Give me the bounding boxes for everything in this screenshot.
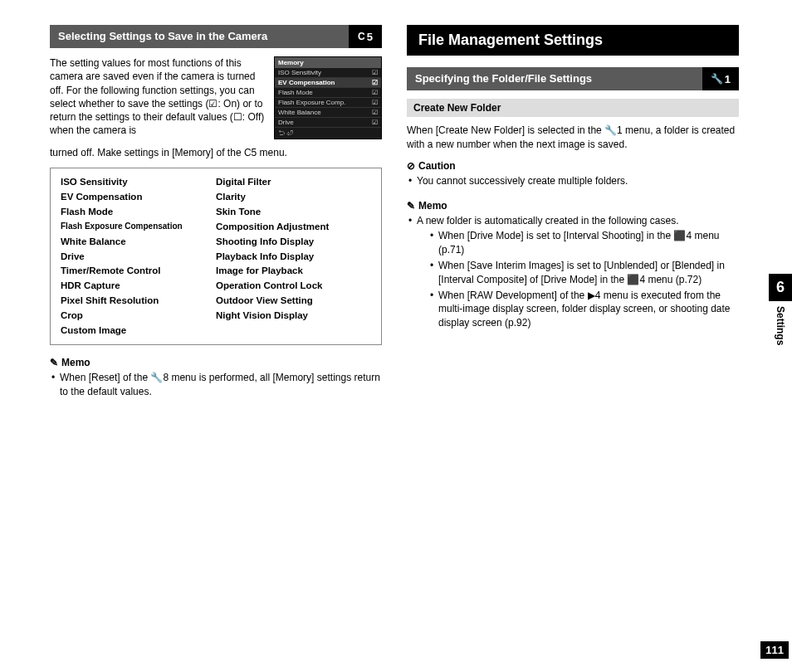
section-header-memory: Selecting Settings to Save in the Camera… (50, 25, 382, 48)
memo-list: A new folder is automatically created in… (407, 214, 739, 330)
table-row: DrivePlayback Info Display (61, 250, 371, 265)
section-title: Selecting Settings to Save in the Camera (50, 25, 349, 48)
memo-heading: ✎ Memo (407, 200, 739, 212)
caution-icon: ⊘ (407, 160, 415, 172)
list-item: A new folder is automatically created in… (407, 214, 739, 330)
table-cell: White Balance (61, 235, 216, 250)
screenshot-row: ISO Sensitivity☑ (275, 68, 381, 78)
memo-label: Memo (61, 357, 90, 368)
table-cell: Digital Filter (216, 175, 371, 190)
memo-icon: ✎ (50, 357, 58, 368)
table-cell: Flash Mode (61, 205, 216, 220)
table-row: ISO SensitivityDigital Filter (61, 175, 371, 190)
chapter-label: Settings (775, 301, 786, 350)
table-row: Flash Exposure CompensationComposition A… (61, 220, 371, 235)
table-cell: Composition Adjustment (216, 220, 371, 235)
chapter-number: 6 (769, 274, 792, 301)
table-row: Timer/Remote ControlImage for Playback (61, 264, 371, 279)
subsection-create-folder: Create New Folder (407, 99, 739, 117)
table-cell: Outdoor View Setting (216, 294, 371, 309)
list-item: When [Save Interim Images] is set to [Un… (428, 259, 739, 287)
table-cell: ISO Sensitivity (61, 175, 216, 190)
body-text: When [Create New Folder] is selected in … (407, 124, 739, 152)
screenshot-row: White Balance☑ (275, 108, 381, 118)
table-row: Pixel Shift ResolutionOutdoor View Setti… (61, 294, 371, 309)
memo-heading: ✎ Memo (50, 357, 382, 368)
table-cell (216, 324, 371, 338)
table-row: HDR CaptureOperation Control Lock (61, 279, 371, 294)
table-cell: Playback Info Display (216, 250, 371, 265)
memo-icon: ✎ (407, 200, 415, 212)
menu-tag: 🔧1 (702, 67, 739, 90)
table-cell: Pixel Shift Resolution (61, 294, 216, 309)
screenshot-row: Flash Mode☑ (275, 88, 381, 98)
list-item: When [Drive Mode] is set to [Interval Sh… (428, 229, 739, 257)
section-header-folder: Specifying the Folder/File Settings 🔧1 (407, 67, 739, 90)
table-cell: Operation Control Lock (216, 279, 371, 294)
menu-num: 5 (367, 31, 373, 43)
intro-text-1: The setting values for most functions of… (50, 56, 267, 137)
table-cell: Night Vision Display (216, 309, 371, 324)
table-cell: HDR Capture (61, 279, 216, 294)
caution-heading: ⊘ Caution (407, 160, 739, 172)
screenshot-title: Memory (275, 57, 381, 68)
menu-num: 1 (725, 73, 731, 85)
page-number: 111 (760, 641, 789, 659)
wrench-icon: 🔧 (711, 73, 723, 85)
list-item: You cannot successively create multiple … (407, 174, 739, 188)
side-tab: 6 Settings (769, 274, 792, 350)
memory-menu-screenshot: Memory ISO Sensitivity☑EV Compensation☑F… (274, 56, 382, 139)
table-cell: Timer/Remote Control (61, 264, 216, 279)
table-cell: Image for Playback (216, 264, 371, 279)
table-cell: Skin Tone (216, 205, 371, 220)
table-row: Custom Image (61, 324, 371, 338)
table-cell: Clarity (216, 190, 371, 205)
screenshot-row: EV Compensation☑ (275, 78, 381, 88)
chapter-heading: File Management Settings (407, 25, 739, 56)
list-item: When [RAW Development] of the ▶4 menu is… (428, 289, 739, 330)
caution-list: You cannot successively create multiple … (407, 174, 739, 188)
caution-label: Caution (418, 160, 456, 172)
table-cell: Custom Image (61, 324, 216, 338)
table-row: EV CompensationClarity (61, 190, 371, 205)
screenshot-footer: ⮌ ⏎ (275, 128, 381, 139)
memo-label: Memo (418, 200, 447, 212)
table-cell: Flash Exposure Compensation (61, 220, 216, 235)
table-row: Flash ModeSkin Tone (61, 205, 371, 220)
intro-text-2: turned off. Make settings in [Memory] of… (50, 146, 382, 159)
screenshot-row: Drive☑ (275, 118, 381, 128)
table-row: White BalanceShooting Info Display (61, 235, 371, 250)
table-cell: EV Compensation (61, 190, 216, 205)
table-row: CropNight Vision Display (61, 309, 371, 324)
menu-tag: C5 (349, 25, 382, 48)
table-cell: Drive (61, 250, 216, 265)
memory-settings-table: ISO SensitivityDigital FilterEV Compensa… (50, 168, 382, 345)
section-title: Specifying the Folder/File Settings (407, 67, 702, 90)
screenshot-row: Flash Exposure Comp.☑ (275, 98, 381, 108)
memo-list: When [Reset] of the 🔧8 menu is performed… (50, 371, 382, 399)
c-icon: C (358, 31, 365, 42)
table-cell: Crop (61, 309, 216, 324)
list-item: When [Reset] of the 🔧8 menu is performed… (50, 371, 382, 399)
table-cell: Shooting Info Display (216, 235, 371, 250)
